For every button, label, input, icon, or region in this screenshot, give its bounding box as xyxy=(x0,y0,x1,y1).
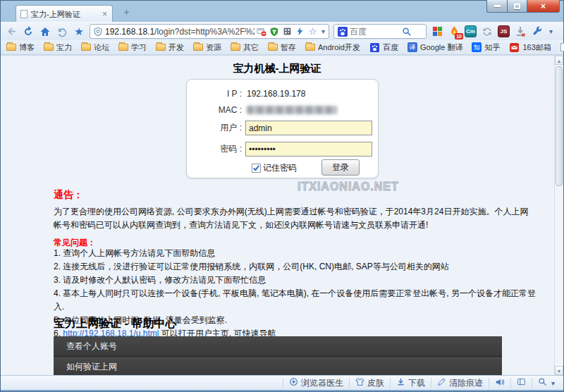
page-content: 宝力机械-上网验证 I P : 192.168.19.178 MAC : 用户 … xyxy=(1,55,563,375)
tools-wrench-icon[interactable] xyxy=(531,25,544,38)
tools-dropdown-icon[interactable]: ▾ xyxy=(548,27,554,35)
remember-password[interactable]: 记住密码 xyxy=(252,162,297,174)
faq-item: 4. 基本上每人同时只可以连接一个设备(手机, 平板电脑, 笔记本电脑), 在一… xyxy=(54,287,540,314)
google-translate-favicon-icon: 译 xyxy=(407,42,417,52)
skin-label: 皮肤 xyxy=(367,377,384,389)
js-extension-icon[interactable]: JS xyxy=(498,25,510,37)
help-accordion: 查看个人账号 如何验证上网 xyxy=(54,336,502,375)
username-input[interactable] xyxy=(245,121,372,135)
site-identity-shield-icon[interactable] xyxy=(92,26,103,37)
clear-traces-button[interactable]: 清除痕迹 xyxy=(431,378,489,388)
url-text: 192.168.18.1/login?dst=http%3A%2F%2Fip.c… xyxy=(105,27,255,37)
lightning-icon[interactable] xyxy=(295,26,305,37)
help-accordion-item-view-account[interactable]: 查看个人账号 xyxy=(54,336,502,356)
browser-tab[interactable]: 宝力-上网验证 × xyxy=(16,5,113,23)
flame-downloader-icon[interactable]: 10 xyxy=(448,25,460,38)
home-icon[interactable] xyxy=(39,25,51,38)
search-magnifier-icon[interactable] xyxy=(401,26,412,37)
mail163-favicon-icon xyxy=(509,42,520,53)
close-button[interactable]: × xyxy=(527,0,560,13)
navigation-toolbar: ★ 192.168.18.1/login?dst=http%3A%2F%2Fip… xyxy=(1,22,563,40)
urlbar-dropdown-icon[interactable]: ▾ xyxy=(320,27,326,35)
back-icon[interactable] xyxy=(5,25,18,38)
bookmark-label: 暂存 xyxy=(281,42,296,53)
username-row: 用户 : xyxy=(187,121,378,135)
folder-icon xyxy=(118,44,128,51)
apps-grid-icon[interactable] xyxy=(431,25,443,38)
baidu-search-engine-icon[interactable] xyxy=(337,26,348,37)
script-shield-icon[interactable] xyxy=(269,26,280,37)
password-input[interactable] xyxy=(245,142,372,157)
mac-label: MAC : xyxy=(187,103,242,117)
page-zoom-button[interactable]: ▾ xyxy=(532,378,563,388)
ip-value: 192.168.19.178 xyxy=(247,87,305,101)
bookmark-label: 其它 xyxy=(243,42,259,53)
downloads-disabled-icon[interactable] xyxy=(514,25,527,38)
bookmark-folder[interactable]: 学习 xyxy=(118,42,147,53)
help-accordion-item-how-to-verify[interactable]: 如何验证上网 xyxy=(54,356,502,375)
sync-icon[interactable] xyxy=(481,25,494,38)
tab-close-icon[interactable]: × xyxy=(102,9,108,19)
bookmark-this-star-icon[interactable]: ☆ xyxy=(307,26,318,37)
undo-history-icon[interactable] xyxy=(56,25,68,38)
folder-icon xyxy=(81,44,91,51)
bookmark-folder[interactable]: 资源 xyxy=(193,42,221,53)
minimize-button[interactable] xyxy=(486,0,508,13)
flame-badge: 10 xyxy=(455,33,463,39)
bookmark-label: 知乎 xyxy=(484,42,500,53)
mac-row: MAC : xyxy=(187,103,378,117)
zoom-dropdown-icon: ▾ xyxy=(550,379,556,387)
help-center-heading: 宝力上网验证 - 帮助中心 xyxy=(54,317,176,331)
bookmark-item[interactable]: 百度 xyxy=(369,42,398,53)
bookmark-folder[interactable]: 博客 xyxy=(6,42,35,53)
maximize-button[interactable] xyxy=(508,0,527,13)
bookmark-folder[interactable]: 论坛 xyxy=(81,42,109,53)
bookmark-folder[interactable]: Android开发 xyxy=(305,42,360,53)
search-input[interactable] xyxy=(350,27,399,37)
bookmark-item[interactable]: 163邮箱 xyxy=(509,42,551,53)
mac-value-redacted xyxy=(247,106,337,114)
bookmark-label: 资源 xyxy=(206,42,221,53)
url-bar[interactable]: 192.168.18.1/login?dst=http%3A%2F%2Fip.c… xyxy=(90,24,329,39)
remember-label: 记住密码 xyxy=(263,162,297,174)
scrollbar-thumb[interactable] xyxy=(556,66,563,186)
bookmark-item[interactable]: 知知乎 xyxy=(472,42,500,53)
reading-mode-button[interactable] xyxy=(510,378,532,388)
bookmark-item[interactable]: IT技术资料 xyxy=(560,42,564,53)
zoom-magnifier-icon xyxy=(538,377,547,388)
scroll-down-icon[interactable]: ▼ xyxy=(555,366,563,375)
bookmark-folder[interactable]: 其它 xyxy=(231,42,259,53)
download-icon xyxy=(396,377,405,388)
folder-icon xyxy=(193,44,203,51)
login-button[interactable]: 登录 xyxy=(321,159,360,176)
new-tab-button[interactable]: + xyxy=(118,7,135,19)
speaker-icon xyxy=(495,377,505,389)
scroll-up-icon[interactable]: ▲ xyxy=(555,56,563,65)
bookmark-folder[interactable]: 暂存 xyxy=(268,42,296,53)
cm-extension-icon[interactable]: Cm xyxy=(465,25,477,37)
bookmark-item[interactable]: 译Google 翻译 xyxy=(407,42,463,53)
remember-checkbox[interactable] xyxy=(252,164,261,173)
folder-icon xyxy=(231,44,240,51)
refresh-icon[interactable] xyxy=(22,25,35,38)
bookmark-folder[interactable]: 宝力 xyxy=(44,42,72,53)
baidu-favicon-icon xyxy=(369,42,380,53)
skin-button[interactable]: 皮肤 xyxy=(349,378,390,388)
bookmarks-star-icon[interactable]: ★ xyxy=(73,25,85,38)
browser-doctor-button[interactable]: 浏览器医生 xyxy=(283,378,349,388)
download-button[interactable]: 下载 xyxy=(390,378,431,388)
notice-heading: 通告： xyxy=(54,189,83,202)
download-label: 下载 xyxy=(408,377,425,389)
faq-item: 3. 请及时修改个人默认密码，修改方法请见下面帮忙信息 xyxy=(54,274,540,287)
popup-blocked-icon[interactable] xyxy=(257,26,267,37)
search-box[interactable] xyxy=(333,24,427,39)
bookmark-label: 开发 xyxy=(168,42,184,53)
watermark: ITXIAONIAO.NET xyxy=(298,180,399,193)
folder-icon xyxy=(6,44,16,51)
url-domain: 192.168.18.1 xyxy=(105,27,154,37)
bookmark-folder[interactable]: 开发 xyxy=(156,42,184,53)
vertical-scrollbar[interactable]: ▲ ▼ xyxy=(554,56,563,375)
browser-doctor-icon xyxy=(289,377,298,388)
mute-button[interactable] xyxy=(489,378,510,388)
qr-code-icon[interactable] xyxy=(282,26,293,37)
